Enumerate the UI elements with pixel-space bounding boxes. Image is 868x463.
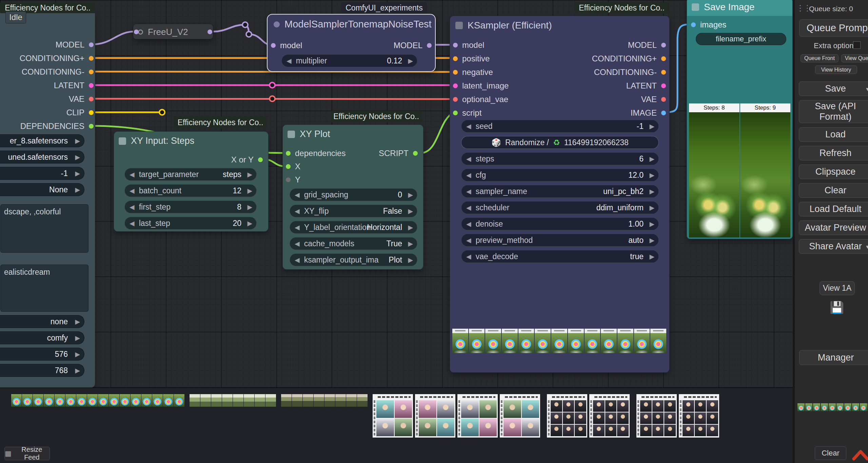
decrement-arrow-icon[interactable]: ◀ <box>466 253 471 261</box>
decrement-arrow-icon[interactable]: ◀ <box>130 203 135 211</box>
widget-row[interactable]: ◀ batch_count 12 ▶ <box>124 184 257 197</box>
widget-row[interactable]: ◀ scheduler ddim_uniform ▶ <box>461 201 659 214</box>
menu-button[interactable]: Avatar Preview <box>799 220 868 235</box>
feed-thumbnail[interactable] <box>152 394 163 407</box>
widget-row[interactable]: ◀ first_step 8 ▶ <box>124 200 257 213</box>
positive-prompt-textarea[interactable]: dscape, ,colorful <box>0 204 88 253</box>
feed-thumbnail[interactable] <box>292 394 302 407</box>
menu-button[interactable]: Share Avatar ▼ <box>799 239 868 254</box>
increment-arrow-icon[interactable]: ▶ <box>649 188 654 195</box>
increment-arrow-icon[interactable]: ▶ <box>75 367 80 374</box>
menu-button[interactable]: Save ▼ <box>799 81 868 96</box>
input-dot[interactable] <box>286 177 291 182</box>
collapse-circle-icon[interactable] <box>138 30 143 35</box>
decrement-arrow-icon[interactable]: ◀ <box>130 219 135 227</box>
feed-thumbnail[interactable] <box>813 403 820 411</box>
widget-row[interactable]: ◀ cache_models True ▶ <box>290 237 417 250</box>
increment-arrow-icon[interactable]: ▶ <box>408 207 413 215</box>
decrement-arrow-icon[interactable]: ◀ <box>130 187 135 195</box>
feed-thumbnail[interactable] <box>33 394 43 407</box>
feed-thumbnail[interactable] <box>233 394 243 407</box>
input-slot[interactable]: optional_vae <box>450 93 562 106</box>
input-slot[interactable]: latent_image <box>450 79 562 93</box>
increment-arrow-icon[interactable]: ▶ <box>247 171 252 178</box>
widget-row[interactable]: ◀ sampler_name uni_pc_bh2 ▶ <box>461 185 659 198</box>
input-slot[interactable]: model <box>450 38 562 52</box>
increment-arrow-icon[interactable]: ▶ <box>75 334 80 342</box>
menu-drag-handle-icon[interactable]: ⋮⋮ <box>796 3 810 13</box>
decrement-arrow-icon[interactable]: ◀ <box>466 188 471 195</box>
input-slot[interactable]: script <box>450 106 562 120</box>
decrement-arrow-icon[interactable]: ◀ <box>287 57 292 65</box>
feed-thumbnail[interactable] <box>98 394 108 407</box>
preview-image[interactable]: Steps: 9 <box>740 103 791 237</box>
feed-thumbnail[interactable] <box>65 394 76 407</box>
increment-arrow-icon[interactable]: ▶ <box>75 153 80 161</box>
decrement-arrow-icon[interactable]: ◀ <box>466 220 471 228</box>
collapse-box-icon[interactable] <box>119 137 126 145</box>
feed-image-panel[interactable] <box>500 394 540 438</box>
menu-small-button[interactable]: View Queue <box>841 54 868 62</box>
increment-arrow-icon[interactable]: ▶ <box>649 204 654 212</box>
decrement-arrow-icon[interactable]: ◀ <box>130 171 135 178</box>
increment-arrow-icon[interactable]: ▶ <box>75 186 80 194</box>
collapse-feed-chevron-icon[interactable] <box>852 448 868 461</box>
feed-image-panel[interactable] <box>415 394 455 438</box>
input-dot[interactable] <box>286 164 291 169</box>
increment-arrow-icon[interactable]: ▶ <box>247 203 252 211</box>
collapse-box-icon[interactable] <box>455 22 463 29</box>
output-dot[interactable] <box>427 43 432 48</box>
output-dot[interactable] <box>258 157 263 162</box>
output-slot[interactable]: DEPENDENCIES <box>0 119 95 133</box>
feed-thumbnail[interactable] <box>265 394 276 407</box>
feed-thumbnail[interactable] <box>335 394 346 407</box>
feed-thumbnail[interactable] <box>357 394 368 407</box>
output-slot[interactable]: X or Y <box>114 153 266 167</box>
widget-row[interactable]: ◀ ksampler_output_ima Plot ▶ <box>290 253 417 266</box>
decrement-arrow-icon[interactable]: ◀ <box>466 204 471 212</box>
feed-thumbnail[interactable] <box>200 394 211 407</box>
menu-button[interactable]: Load Default <box>799 202 868 216</box>
feed-image-panel[interactable] <box>679 394 719 438</box>
feed-thumbnail[interactable] <box>211 394 222 407</box>
resize-feed-button[interactable]: ▦ Resize Feed <box>4 447 50 460</box>
node-efficiency-loader[interactable]: MODEL CONDITIONING+ CONDITIONING- LATENT… <box>0 10 95 388</box>
input-slot[interactable]: images <box>688 18 726 32</box>
collapse-box-icon[interactable] <box>288 131 295 138</box>
feed-clear-button[interactable]: Clear <box>815 446 846 460</box>
increment-arrow-icon[interactable]: ▶ <box>649 155 654 163</box>
decrement-arrow-icon[interactable]: ◀ <box>466 236 471 244</box>
feed-thumbnail[interactable] <box>852 403 859 411</box>
node-xy-input-steps[interactable]: XY Input: Steps X or Y ◀ target_paramete… <box>114 131 269 232</box>
feed-thumbnail[interactable] <box>821 403 828 411</box>
node-save-image[interactable]: Save Image images filename_prefix Steps:… <box>687 0 793 239</box>
feed-thumbnail[interactable] <box>174 394 184 407</box>
widget-row[interactable]: ◀ target_parameter steps ▶ <box>124 168 257 181</box>
filename-prefix-widget[interactable]: filename_prefix <box>696 33 786 45</box>
increment-arrow-icon[interactable]: ▶ <box>247 187 252 195</box>
menu-button[interactable]: Clipspace <box>799 165 868 179</box>
node-xy-plot[interactable]: XY Plot dependencies X Y SCRIPT ◀ <box>282 124 423 270</box>
output-slot[interactable]: MODEL <box>0 38 95 52</box>
input-slot[interactable]: positive <box>450 52 562 65</box>
widget-row[interactable]: ◀ vae_decode true ▶ <box>461 250 659 263</box>
decrement-arrow-icon[interactable]: ◀ <box>295 224 300 231</box>
negative-prompt-textarea[interactable]: ealisticdream <box>0 265 88 312</box>
feed-thumbnail[interactable] <box>55 394 65 407</box>
feed-thumbnail[interactable] <box>244 394 254 407</box>
view-1a-button[interactable]: View 1A <box>820 281 855 295</box>
combo-widget[interactable]: 576 ▶ <box>0 348 84 361</box>
output-dot[interactable] <box>661 43 666 47</box>
feed-thumbnail[interactable] <box>836 403 844 411</box>
feed-thumbnail[interactable] <box>805 403 812 411</box>
output-slot[interactable]: CONDITIONING+ <box>557 52 669 65</box>
widget-row[interactable]: ◀ grid_spacing 0 ▶ <box>290 188 417 201</box>
feed-thumbnail[interactable] <box>163 394 174 407</box>
increment-arrow-icon[interactable]: ▶ <box>408 191 413 199</box>
input-slot[interactable]: model <box>271 41 302 50</box>
output-dot[interactable] <box>661 83 666 88</box>
feed-thumbnail[interactable] <box>797 403 805 411</box>
extra-options-checkbox[interactable] <box>853 41 861 49</box>
increment-arrow-icon[interactable]: ▶ <box>75 170 80 177</box>
increment-arrow-icon[interactable]: ▶ <box>247 219 252 227</box>
